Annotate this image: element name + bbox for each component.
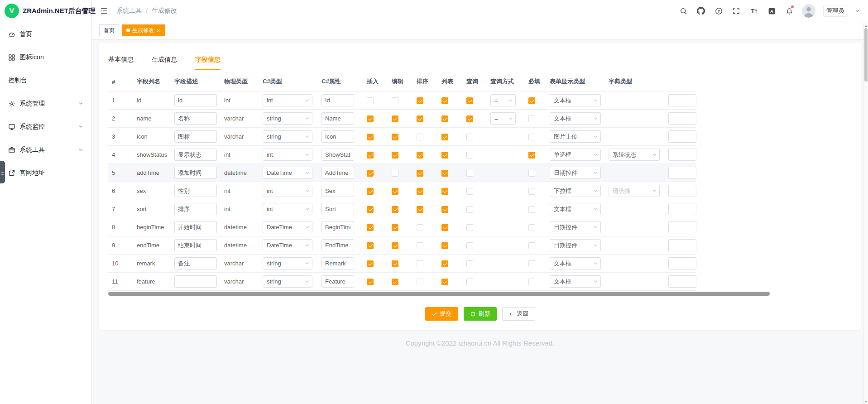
field-description-input[interactable]: [174, 185, 217, 197]
list-checkbox[interactable]: [441, 188, 448, 195]
app-logo[interactable]: V ZRAdmin.NET后台管理: [0, 0, 91, 22]
display-type-select[interactable]: 文本框: [550, 112, 601, 125]
display-type-select[interactable]: 日期控件: [550, 221, 601, 233]
edit-checkbox[interactable]: [392, 115, 398, 122]
required-checkbox[interactable]: [528, 242, 535, 249]
sidebar-item-site-url[interactable]: 官网地址: [0, 161, 91, 184]
required-checkbox[interactable]: [528, 279, 535, 285]
edit-checkbox[interactable]: [392, 152, 398, 159]
field-description-input[interactable]: [174, 221, 217, 233]
scroll-up-arrow[interactable]: ▲: [864, 23, 868, 28]
insert-checkbox[interactable]: [367, 170, 374, 177]
insert-checkbox[interactable]: [367, 206, 374, 213]
field-description-input[interactable]: [174, 275, 217, 288]
sidebar-item-icon[interactable]: 图标icon: [0, 46, 91, 69]
display-type-select[interactable]: 日期控件: [550, 167, 601, 179]
collapse-sidebar-icon[interactable]: [100, 7, 108, 15]
field-description-input[interactable]: [174, 112, 217, 125]
vertical-scrollbar-thumb[interactable]: [864, 28, 868, 82]
avatar[interactable]: [802, 4, 815, 18]
tab-generate-info[interactable]: 生成信息: [152, 51, 177, 70]
breadcrumb-item[interactable]: 系统工具: [116, 7, 142, 15]
list-checkbox[interactable]: [441, 242, 448, 249]
csharp-property-input[interactable]: [321, 149, 354, 161]
search-icon[interactable]: [678, 6, 688, 16]
edit-checkbox[interactable]: [392, 188, 398, 195]
required-checkbox[interactable]: [528, 206, 535, 213]
scroll-down-arrow[interactable]: ▼: [864, 399, 868, 404]
csharp-type-select[interactable]: string: [263, 130, 312, 143]
insert-checkbox[interactable]: [367, 134, 374, 140]
horizontal-scrollbar-thumb[interactable]: [108, 292, 770, 296]
sidebar-item-system-manage[interactable]: 系统管理: [0, 92, 91, 115]
display-type-select[interactable]: 图片上传: [550, 130, 601, 143]
breadcrumb-item[interactable]: 生成修改: [152, 7, 177, 15]
query-checkbox[interactable]: [466, 242, 473, 249]
field-description-input[interactable]: [174, 257, 217, 269]
csharp-property-input[interactable]: [321, 94, 354, 106]
csharp-type-select[interactable]: int: [263, 203, 312, 215]
query-checkbox[interactable]: [466, 134, 473, 140]
horizontal-scrollbar[interactable]: [108, 292, 852, 296]
extra-input[interactable]: [668, 239, 696, 251]
extra-input[interactable]: [668, 185, 696, 197]
insert-checkbox[interactable]: [367, 260, 374, 267]
tab-basic-info[interactable]: 基本信息: [108, 51, 134, 70]
extra-input[interactable]: [668, 221, 696, 233]
edit-checkbox[interactable]: [392, 97, 398, 104]
sort-checkbox[interactable]: [417, 152, 423, 159]
csharp-property-input[interactable]: [321, 112, 354, 125]
csharp-type-select[interactable]: DateTime: [263, 221, 312, 233]
extra-input[interactable]: [668, 149, 696, 161]
csharp-type-select[interactable]: string: [263, 112, 312, 125]
csharp-property-input[interactable]: [321, 275, 354, 288]
query-checkbox[interactable]: [466, 152, 473, 159]
display-type-select[interactable]: 文本框: [550, 275, 601, 288]
tag-home[interactable]: 首页: [99, 24, 119, 36]
sort-checkbox[interactable]: [417, 242, 423, 249]
list-checkbox[interactable]: [441, 170, 448, 177]
csharp-property-input[interactable]: [321, 257, 354, 269]
required-checkbox[interactable]: [528, 152, 535, 159]
sort-checkbox[interactable]: [417, 115, 423, 122]
edit-checkbox[interactable]: [392, 134, 398, 140]
required-checkbox[interactable]: [528, 170, 535, 177]
csharp-type-select[interactable]: int: [263, 94, 312, 106]
tab-field-info[interactable]: 字段信息: [195, 51, 221, 70]
extra-input[interactable]: [668, 94, 696, 106]
sort-checkbox[interactable]: [417, 224, 423, 231]
query-checkbox[interactable]: [466, 260, 473, 267]
query-checkbox[interactable]: [466, 170, 473, 177]
refresh-button[interactable]: 刷新: [464, 307, 497, 321]
extra-input[interactable]: [668, 130, 696, 143]
query-checkbox[interactable]: [466, 279, 473, 285]
fullscreen-icon[interactable]: [731, 6, 741, 16]
csharp-property-input[interactable]: [321, 167, 354, 179]
field-description-input[interactable]: [174, 239, 217, 251]
vertical-scrollbar[interactable]: ▲ ▼: [863, 23, 868, 404]
edit-checkbox[interactable]: [392, 260, 398, 267]
sidebar-item-system-monitor[interactable]: 系统监控: [0, 115, 91, 138]
query-checkbox[interactable]: [466, 188, 473, 195]
field-description-input[interactable]: [174, 203, 217, 215]
tag-generate-edit[interactable]: 生成修改×: [122, 24, 165, 36]
csharp-property-input[interactable]: [321, 130, 354, 143]
required-checkbox[interactable]: [528, 260, 535, 267]
sort-checkbox[interactable]: [417, 279, 423, 285]
csharp-property-input[interactable]: [321, 185, 354, 197]
chevron-down-icon[interactable]: [855, 9, 860, 14]
display-type-select[interactable]: 下拉框: [550, 185, 601, 197]
sort-checkbox[interactable]: [417, 206, 423, 213]
close-icon[interactable]: ×: [157, 28, 160, 34]
display-type-select[interactable]: 日期控件: [550, 239, 601, 251]
dict-type-select[interactable]: 系统状态: [609, 149, 660, 161]
query-checkbox[interactable]: [466, 97, 473, 104]
back-button[interactable]: 返回: [502, 307, 535, 321]
insert-checkbox[interactable]: [367, 242, 374, 249]
extra-input[interactable]: [668, 203, 696, 215]
query-mode-select[interactable]: =: [490, 94, 516, 106]
display-type-select[interactable]: 单选框: [550, 149, 601, 161]
csharp-type-select[interactable]: DateTime: [263, 167, 312, 179]
insert-checkbox[interactable]: [367, 188, 374, 195]
edit-checkbox[interactable]: [392, 206, 398, 213]
